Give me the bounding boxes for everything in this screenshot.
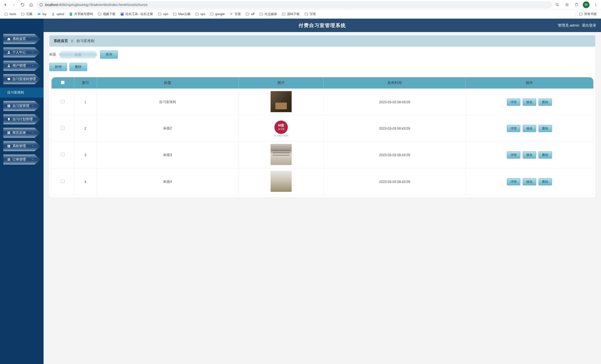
bookmark-item[interactable]: 视频下载 <box>96 11 117 17</box>
bookmark-item[interactable]: google <box>208 11 227 17</box>
bookmark-item[interactable]: vpn <box>156 11 170 17</box>
folder-icon <box>259 12 263 16</box>
detail-button[interactable]: 详情 <box>507 178 520 185</box>
bookmark-item[interactable]: 站长工具 - 站长之家 <box>118 11 155 17</box>
detail-button[interactable]: 详情 <box>507 151 520 159</box>
query-button[interactable]: 查询 <box>100 50 118 58</box>
sidebar-item[interactable]: 用户管理 <box>3 61 40 71</box>
svg-rect-27 <box>8 132 9 133</box>
site-icon <box>120 12 124 16</box>
breadcrumb-sep-icon: ☰ <box>71 39 73 43</box>
detail-button[interactable]: 详情 <box>507 98 520 106</box>
row-actions: 详情修改删除 <box>465 89 593 115</box>
zoom-button[interactable] <box>554 1 561 8</box>
bookmark-item[interactable]: 源码下载 <box>280 11 301 17</box>
bookmark-item[interactable]: 共享账号密码 <box>67 11 95 17</box>
bookmark-label: tools <box>10 12 16 16</box>
folder-icon <box>210 12 214 16</box>
edit-button[interactable]: 修改 <box>523 151 536 159</box>
row-checkbox[interactable] <box>61 126 64 130</box>
sidebar-item[interactable]: 留言反馈 <box>3 128 40 138</box>
reload-button[interactable] <box>19 1 26 8</box>
bookmark-label: uplod <box>57 12 64 16</box>
delete-button[interactable]: 删除 <box>70 63 87 71</box>
sidebar-item[interactable]: 系统管理 <box>3 141 40 151</box>
bookmark-label: vps <box>200 12 205 16</box>
row-delete-button[interactable]: 删除 <box>539 125 552 132</box>
svg-point-18 <box>8 51 9 52</box>
svg-rect-28 <box>9 132 10 133</box>
bookmark-label: Max云梯 <box>178 12 190 16</box>
person-icon <box>7 64 11 68</box>
topbar-user[interactable]: 管理员 admin <box>558 23 580 28</box>
bulb-icon <box>7 117 11 122</box>
bookmark-item[interactable]: tools <box>2 11 18 17</box>
sidebar-item[interactable]: 订单管理 <box>3 154 40 164</box>
sidebar-item-label: 订单管理 <box>12 157 26 162</box>
row-checkbox[interactable] <box>61 180 64 183</box>
back-button[interactable] <box>2 1 9 8</box>
bookmark-all[interactable]: 所有书签 <box>577 11 599 17</box>
sidebar-item[interactable]: 自习室准则管理 <box>3 74 40 84</box>
sidebar-item[interactable]: 自习室管理 <box>3 101 40 111</box>
home-button[interactable] <box>28 1 34 8</box>
sidebar-item-label: 系统首页 <box>12 37 26 41</box>
edit-button[interactable]: 修改 <box>523 98 536 106</box>
breadcrumb-home[interactable]: 系统首页 <box>54 39 68 43</box>
row-title: 标题2 <box>97 115 239 142</box>
forward-button[interactable] <box>10 1 17 8</box>
bookmark-item[interactable]: 社交媒体 <box>257 11 279 17</box>
detail-button[interactable]: 详情 <box>507 125 520 132</box>
edit-button[interactable]: 修改 <box>523 178 536 185</box>
info-icon: i <box>39 3 43 7</box>
bookmark-item[interactable]: 宝塔 <box>302 11 318 17</box>
header-checkbox[interactable] <box>51 77 74 89</box>
header-index: 索引 <box>74 77 97 89</box>
dots-vertical-icon <box>594 3 598 7</box>
bookmark-item[interactable]: 百度 <box>228 11 243 17</box>
svg-rect-20 <box>8 78 10 80</box>
sidebar-item-label: 系统管理 <box>12 144 26 148</box>
bookmark-star-button[interactable] <box>564 1 570 8</box>
sidebar-item[interactable]: 系统首页 <box>3 34 40 44</box>
sidebar-item[interactable]: 自习计划管理 <box>3 114 40 124</box>
sidebar-item[interactable]: 个人中心 <box>3 47 40 57</box>
profile-avatar[interactable]: W <box>583 1 590 8</box>
row-image: M室自习室MY STUDY ROOM <box>239 115 323 142</box>
row-image <box>239 89 323 115</box>
bookmark-item[interactable]: vps <box>193 11 207 17</box>
device-icon <box>7 77 11 81</box>
row-checkbox[interactable] <box>61 100 64 103</box>
search-input[interactable] <box>59 51 97 58</box>
row-time: 2023-03-03 08:43:09 <box>324 142 465 168</box>
svg-rect-32 <box>9 145 10 146</box>
sidebar-item-label: 用户管理 <box>12 64 26 68</box>
bookmark-item[interactable]: Max云梯 <box>171 11 192 17</box>
table-row: 3标题32023-03-03 08:43:09详情修改删除 <box>51 142 593 168</box>
row-delete-button[interactable]: 删除 <box>539 178 552 185</box>
svg-rect-11 <box>70 14 71 14</box>
bookmark-item[interactable]: txy <box>35 11 48 17</box>
table-row: 2标题2M室自习室MY STUDY ROOM2023-03-03 08:43:0… <box>51 115 593 142</box>
svg-rect-30 <box>9 133 10 134</box>
row-delete-button[interactable]: 删除 <box>539 151 552 159</box>
svg-point-6 <box>595 4 596 5</box>
bookmark-label: 宝藏 <box>26 12 32 16</box>
bookmark-item[interactable]: aff <box>244 11 256 17</box>
folder-icon <box>246 12 250 16</box>
bookmark-item[interactable]: uplod <box>49 11 66 17</box>
row-thumbnail: M室自习室MY STUDY ROOM <box>270 118 292 139</box>
edit-button[interactable]: 修改 <box>523 125 536 132</box>
extensions-button[interactable] <box>573 1 580 8</box>
paw-icon <box>229 12 233 16</box>
logout-link[interactable]: 退出登录 <box>582 23 596 28</box>
row-delete-button[interactable]: 删除 <box>539 98 552 106</box>
row-actions: 详情修改删除 <box>465 168 593 195</box>
menu-button[interactable] <box>592 1 599 8</box>
add-button[interactable]: 新增 <box>49 63 67 71</box>
url-text: localhost:8080/springboot4qp76/admin/dis… <box>45 3 148 7</box>
bookmark-item[interactable]: 宝藏 <box>19 11 34 17</box>
row-checkbox[interactable] <box>61 153 64 156</box>
url-bar[interactable]: i localhost:8080/springboot4qp76/admin/d… <box>36 1 552 9</box>
sidebar-sub-item[interactable]: 自习室准则 <box>0 87 44 97</box>
